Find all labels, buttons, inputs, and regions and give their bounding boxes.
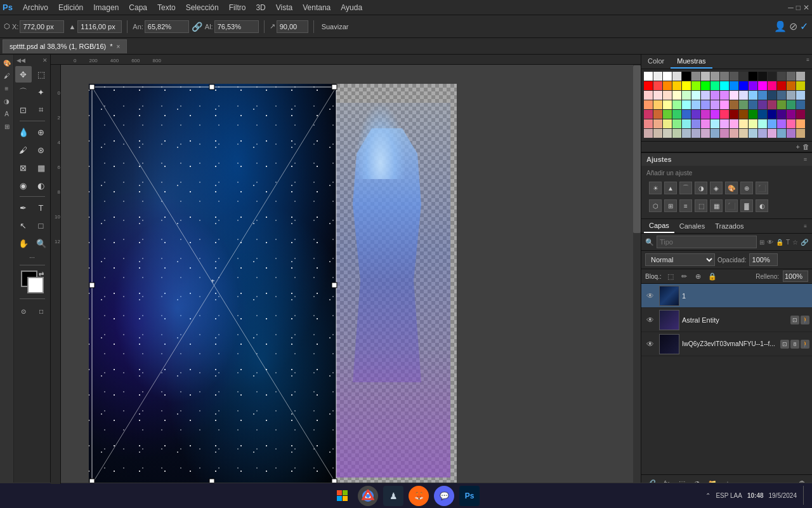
w-input[interactable] (145, 20, 189, 33)
menu-texto[interactable]: Texto (152, 3, 181, 12)
swatch-gray-3[interactable] (720, 72, 729, 81)
paths-icon[interactable]: ⊞ (1, 121, 13, 132)
swatch-s7[interactable] (701, 129, 710, 138)
menu-ventana[interactable]: Ventana (298, 3, 336, 12)
swatch-black-2[interactable] (749, 72, 757, 81)
scrollbar-vertical[interactable] (633, 65, 641, 484)
swatch-near-black[interactable] (758, 72, 767, 81)
swatch-s8[interactable] (710, 129, 719, 138)
swatch-light-pink[interactable] (730, 91, 738, 100)
tab-trazados[interactable]: Trazados (710, 220, 749, 232)
swatch-lilac[interactable] (720, 91, 729, 100)
swatch-dark-magenta[interactable] (787, 110, 796, 119)
crop-tool[interactable]: ⊡ (15, 102, 32, 118)
levels-icon[interactable]: ▲ (664, 182, 677, 194)
swatch-red-light[interactable] (653, 81, 662, 90)
x-input[interactable] (20, 20, 64, 33)
tray-notification-icon[interactable]: ⌃ (705, 492, 710, 499)
swatch-blue-gray[interactable] (787, 91, 796, 100)
gradient-map-icon[interactable]: ▓ (740, 199, 753, 212)
exposure-icon[interactable]: ◑ (695, 182, 707, 194)
swatch-s11[interactable] (739, 129, 748, 138)
swatch-light-magenta[interactable] (720, 100, 729, 109)
filter-locked-icon[interactable]: 🔒 (776, 239, 783, 246)
swatch-dark-blue[interactable] (768, 110, 776, 119)
background-color[interactable] (27, 277, 44, 293)
swatch-yellow[interactable] (682, 81, 691, 90)
swatch-s2[interactable] (653, 129, 662, 138)
menu-archivo[interactable]: Archivo (18, 3, 53, 12)
swatch-s5[interactable] (682, 129, 691, 138)
standard-mode-icon[interactable]: □ (33, 303, 49, 319)
hue-sat-icon[interactable]: 🎨 (725, 182, 738, 194)
dodge-tool[interactable]: ◐ (33, 177, 49, 194)
firefox-button[interactable]: 🦊 (409, 486, 429, 506)
filter-visible-icon[interactable]: 👁 (767, 239, 773, 246)
threshold-icon[interactable]: ⬛ (725, 199, 738, 212)
swatch-r5[interactable] (682, 119, 691, 128)
tab-canales[interactable]: Canales (674, 220, 710, 232)
discord-button[interactable]: 💬 (434, 486, 454, 506)
steam-button[interactable]: ♟ (383, 486, 403, 506)
swatch-sky-blue[interactable] (730, 81, 738, 90)
scroll-thumb-v[interactable] (633, 65, 641, 233)
toolbox-collapse-left[interactable]: ◀◀ (16, 57, 25, 64)
menu-vista[interactable]: Vista (271, 3, 298, 12)
filter-smart-icon[interactable]: ☆ (792, 239, 798, 246)
layer-astral-visibility[interactable]: 👁 (644, 314, 657, 326)
brush-tool[interactable]: 🖌 (15, 142, 32, 158)
menu-edicion[interactable]: Edición (53, 3, 88, 12)
swatch-light-gray-1[interactable] (653, 72, 662, 81)
eyedropper-tool[interactable]: 💧 (15, 124, 32, 140)
swatch-emerald-dark[interactable] (787, 100, 796, 109)
text-icon[interactable]: A (1, 108, 13, 119)
swatch-s14[interactable] (768, 129, 776, 138)
toolbox-close[interactable]: ✕ (43, 57, 48, 64)
swatch-dark-1[interactable] (768, 72, 776, 81)
layer-item-1[interactable]: 👁 1 (641, 284, 812, 308)
swap-colors-icon[interactable]: ⇄ (39, 271, 44, 277)
swatch-s3[interactable] (663, 129, 672, 138)
selective-color-icon[interactable]: ◐ (756, 199, 768, 212)
lock-position-icon[interactable]: ✏ (679, 271, 690, 281)
swatch-lavender[interactable] (701, 91, 710, 100)
swatch-s6[interactable] (691, 129, 700, 138)
adjustments-collapse-icon[interactable]: ≡ (804, 156, 807, 163)
blend-mode-select[interactable]: Normal (645, 253, 715, 266)
path-select-tool[interactable]: ↖ (15, 217, 32, 234)
angle-input[interactable] (277, 20, 308, 33)
smooth-button[interactable]: Suavizar (319, 22, 351, 32)
swatch-r3[interactable] (663, 119, 672, 128)
swatch-s15[interactable] (777, 129, 786, 138)
menu-capa[interactable]: Capa (124, 3, 152, 12)
swatch-gray-1[interactable] (672, 72, 681, 81)
canvas-scroll-area[interactable]: 0 2 4 6 8 10 12 (51, 65, 641, 491)
swatch-dark-red[interactable] (777, 81, 786, 90)
fill-input[interactable] (783, 271, 808, 282)
swatch-mint[interactable] (672, 100, 681, 109)
start-button[interactable] (332, 486, 353, 506)
swatch-pale-yellow[interactable] (663, 100, 672, 109)
blur-tool[interactable]: ◉ (15, 177, 32, 194)
swatch-brown[interactable] (787, 81, 796, 90)
brush-options-icon[interactable]: 🖌 (1, 70, 13, 81)
swatch-plum[interactable] (758, 100, 767, 109)
menu-filtro[interactable]: Filtro (224, 3, 251, 12)
swatch-lime-dark[interactable] (663, 110, 672, 119)
clone-tool[interactable]: ⊛ (33, 142, 49, 158)
swatch-light-teal[interactable] (682, 100, 691, 109)
photo-filter-icon[interactable]: ⬡ (649, 199, 662, 212)
swatch-bronze[interactable] (739, 110, 748, 119)
swatch-hot-pink[interactable] (720, 110, 729, 119)
layer-item-astral[interactable]: 👁 Astral Entity ⊡ 🚶 (641, 308, 812, 332)
color-balance-icon[interactable]: ⊕ (740, 182, 753, 194)
swatch-apricot[interactable] (653, 100, 662, 109)
lock-art-boards-icon[interactable]: ⊕ (693, 271, 704, 281)
swatch-r1[interactable] (644, 119, 653, 128)
swatch-fuchsia[interactable] (710, 110, 719, 119)
swatch-green[interactable] (701, 81, 710, 90)
swatch-orange[interactable] (663, 81, 672, 90)
adjustments-header[interactable]: Ajustes ≡ (641, 153, 812, 166)
swatch-cadet[interactable] (749, 100, 757, 109)
swatch-blue[interactable] (739, 81, 748, 90)
